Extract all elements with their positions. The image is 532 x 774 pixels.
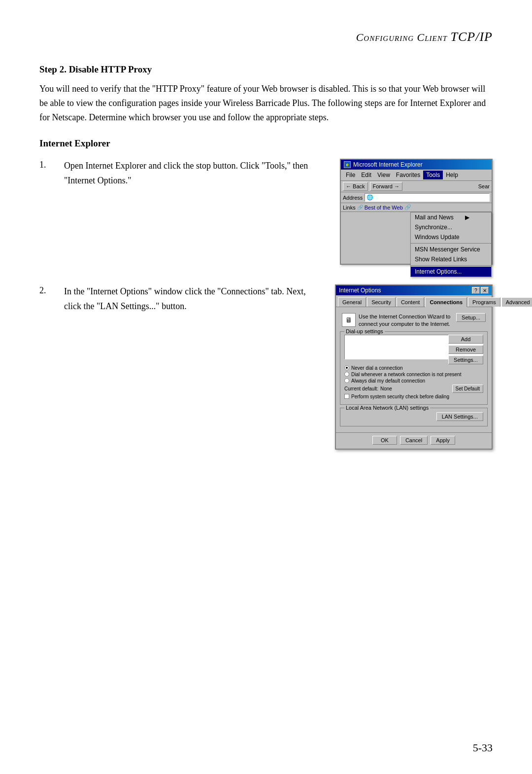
item-content-1: Open Internet Explorer and click the sto… [64, 159, 330, 188]
ie-window-screenshot: e Microsoft Internet Explorer File Edit … [340, 159, 493, 265]
ie-forward-button[interactable]: Forward → [370, 182, 402, 191]
set-default-button[interactable]: Set Default [452, 385, 483, 393]
radio-whenever-btn[interactable] [344, 372, 349, 377]
checkbox-label: Perform system security check before dia… [351, 394, 449, 399]
lan-group-label: Local Area Network (LAN) settings [344, 405, 430, 411]
current-default-value: None [380, 386, 392, 391]
subsection-title: Internet Explorer [39, 138, 493, 149]
dialog-tabs: General Security Content Connections Pro… [336, 295, 492, 307]
tab-general[interactable]: General [338, 297, 366, 307]
dialog-title: Internet Options [339, 287, 381, 294]
dialup-content: Add Remove Settings... [344, 335, 483, 364]
ok-button[interactable]: OK [372, 436, 397, 445]
dialog-title-bar: Internet Options ? ✕ [336, 285, 492, 295]
tab-programs[interactable]: Programs [468, 297, 500, 307]
dialup-buttons: Add Remove Settings... [448, 335, 483, 364]
page-number: 5-33 [473, 741, 493, 754]
apply-button[interactable]: Apply [431, 436, 455, 445]
ie-search-label: Sear [478, 183, 490, 189]
dropdown-synchronize[interactable]: Synchronize... [411, 222, 491, 232]
radio-never-btn[interactable] [344, 365, 349, 370]
radio-never: Never dial a connection [344, 365, 483, 371]
radio-always: Always dial my default connection [344, 378, 483, 384]
dropdown-separator2 [411, 265, 491, 266]
dialog-close-button[interactable]: ✕ [481, 287, 489, 294]
ie-links-label: Links [343, 205, 356, 211]
item-text-1: Open Internet Explorer and click the sto… [64, 159, 330, 188]
page-container: Configuring Client TCP/IP Step 2. Disabl… [0, 0, 532, 774]
ie-address-input[interactable]: 🌐 [365, 193, 490, 202]
radio-whenever: Dial whenever a network connection is no… [344, 372, 483, 377]
tab-connections[interactable]: Connections [425, 297, 467, 307]
dropdown-mail-news[interactable]: Mail and News ▶ [411, 212, 491, 222]
dialup-group-label: Dial-up settings [344, 328, 385, 334]
list-item-1: 1. Open Internet Explorer and click the … [39, 159, 493, 265]
checkbox-row: Perform system security check before dia… [344, 394, 483, 399]
page-header: Configuring Client TCP/IP [39, 30, 493, 44]
tab-content[interactable]: Content [397, 297, 425, 307]
tab-security[interactable]: Security [367, 297, 396, 307]
perform-checkbox[interactable] [344, 394, 349, 399]
lan-button-row: LAN Settings... [344, 411, 483, 422]
current-default-label: Current default: [344, 386, 378, 391]
dialup-group: Dial-up settings Add Remove Settings... [340, 331, 488, 405]
item-content-2: In the "Internet Options" window click t… [64, 284, 325, 314]
ie-menu-tools[interactable]: Tools [423, 171, 443, 179]
tab-advanced[interactable]: Advanced [501, 297, 532, 307]
remove-button[interactable]: Remove [448, 345, 483, 354]
ie-menu-help[interactable]: Help [443, 171, 461, 179]
ie-menu-view[interactable]: View [374, 171, 393, 179]
ie-menu-edit[interactable]: Edit [358, 171, 374, 179]
radio-never-label: Never dial a connection [351, 365, 403, 371]
wizard-row: 🖥 Use the Internet Connection Wizard to … [340, 311, 488, 329]
step2-body: You will need to verify that the "HTTP P… [39, 82, 493, 124]
cancel-button[interactable]: Cancel [400, 436, 428, 445]
radio-always-btn[interactable] [344, 378, 349, 383]
internet-options-dialog: Internet Options ? ✕ General Security Co… [335, 284, 493, 450]
ie-address-bar: Address 🌐 [341, 192, 492, 203]
setup-button[interactable]: Setup... [456, 313, 486, 322]
ie-logo-icon: e [344, 161, 351, 168]
ie-menu-bar: File Edit View Favorites Tools Help [341, 170, 492, 181]
dropdown-show-related[interactable]: Show Related Links [411, 254, 491, 264]
ie-back-button[interactable]: ← Back [343, 182, 368, 191]
ie-link-icon2: 🔗 [404, 204, 411, 211]
item-number-2: 2. [39, 284, 54, 296]
settings-button[interactable]: Settings... [448, 355, 483, 364]
header-small-caps: Configuring Client [356, 31, 447, 43]
dropdown-msn-messenger[interactable]: MSN Messenger Service [411, 245, 491, 254]
ie-window-title: Microsoft Internet Explorer [353, 161, 423, 168]
dialog-content: 🖥 Use the Internet Connection Wizard to … [336, 307, 492, 432]
list-item-2: 2. In the "Internet Options" window clic… [39, 284, 493, 450]
lan-settings-button[interactable]: LAN Settings... [436, 412, 483, 421]
ie-window: e Microsoft Internet Explorer File Edit … [340, 159, 493, 265]
dropdown-windows-update[interactable]: Windows Update [411, 232, 491, 242]
ie-menu-file[interactable]: File [343, 171, 358, 179]
ie-link-icon: 🔗 [357, 205, 363, 210]
ie-address-label: Address [343, 195, 363, 201]
dialog-bottom-buttons: OK Cancel Apply [336, 432, 492, 449]
dialog-screenshot: Internet Options ? ✕ General Security Co… [335, 284, 493, 450]
dropdown-separator [411, 243, 491, 244]
lan-group: Local Area Network (LAN) settings LAN Se… [340, 408, 488, 426]
ie-menu-favorites[interactable]: Favorites [393, 171, 423, 179]
dropdown-internet-options[interactable]: Internet Options... [411, 267, 491, 277]
radio-whenever-label: Dial whenever a network connection is no… [351, 372, 461, 377]
dialog-title-buttons: ? ✕ [472, 287, 489, 294]
step2-title: Step 2. Disable HTTP Proxy [39, 64, 493, 75]
radio-always-label: Always dial my default connection [351, 378, 425, 384]
item-number-1: 1. [39, 159, 54, 170]
ie-toolbar: ← Back Forward → Sear [341, 181, 492, 192]
ie-tools-dropdown: Mail and News ▶ Synchronize... Windows U… [410, 212, 492, 277]
item-text-2: In the "Internet Options" window click t… [64, 284, 325, 314]
numbered-list: 1. Open Internet Explorer and click the … [39, 159, 493, 450]
ie-links-bar: Links 🔗 Best of the Web 🔗 [341, 203, 492, 212]
wizard-text: Use the Internet Connection Wizard to co… [359, 313, 453, 327]
add-button[interactable]: Add [448, 335, 483, 344]
ie-best-of-web[interactable]: Best of the Web [365, 205, 403, 211]
ie-title-bar: e Microsoft Internet Explorer [341, 160, 492, 170]
dialog-question-button[interactable]: ? [472, 287, 480, 294]
wizard-icon: 🖥 [342, 313, 356, 327]
header-tcp: TCP/IP [451, 30, 493, 44]
ie-dropdown-area: Mail and News ▶ Synchronize... Windows U… [341, 212, 492, 264]
